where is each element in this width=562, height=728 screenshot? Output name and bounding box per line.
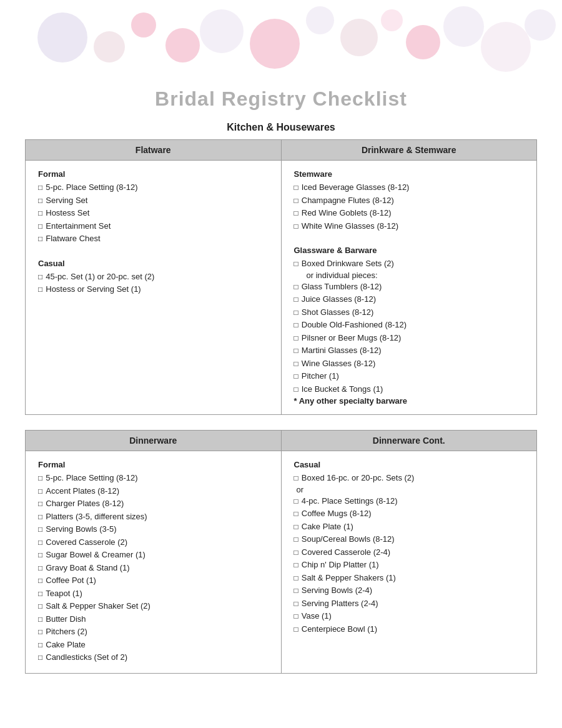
checkbox-icon: □ bbox=[294, 547, 298, 558]
list-item: □Cake Plate bbox=[38, 639, 269, 651]
dinnerware-formal-col: Formal □5-pc. Place Setting (8-12) □Acce… bbox=[26, 451, 282, 674]
bubble bbox=[200, 9, 244, 53]
list-item: □Coffee Pot (1) bbox=[38, 574, 269, 587]
list-item: □Hostess Set bbox=[38, 207, 269, 219]
bubble bbox=[525, 9, 556, 41]
list-item: □Gravy Boat & Stand (1) bbox=[38, 562, 269, 574]
checkbox-icon: □ bbox=[294, 182, 298, 193]
or-text: or bbox=[294, 485, 525, 494]
bubble bbox=[306, 6, 334, 34]
checkbox-icon: □ bbox=[38, 511, 42, 522]
stemware-label: Stemware bbox=[294, 169, 525, 179]
checkbox-icon: □ bbox=[294, 559, 298, 571]
page-title: Bridal Registry Checklist bbox=[25, 87, 537, 111]
checkbox-icon: □ bbox=[294, 624, 298, 635]
checkbox-icon: □ bbox=[294, 611, 298, 622]
checkbox-icon: □ bbox=[294, 207, 298, 219]
checkbox-icon: □ bbox=[38, 549, 42, 561]
checkbox-icon: □ bbox=[38, 207, 42, 219]
formal-label: Formal bbox=[38, 169, 269, 179]
list-item: □5-pc. Place Setting (8-12) bbox=[38, 181, 269, 194]
checkbox-icon: □ bbox=[294, 371, 298, 382]
col2-header-drinkware: Drinkware & Stemware bbox=[281, 140, 537, 161]
checkbox-icon: □ bbox=[294, 521, 298, 532]
list-item: □Serving Bowls (3-5) bbox=[38, 523, 269, 536]
flatware-drinkware-table: Flatware Drinkware & Stemware Formal □5-… bbox=[25, 139, 537, 415]
checkbox-icon: □ bbox=[38, 195, 42, 206]
list-item: □Boxed 16-pc. or 20-pc. Sets (2) bbox=[294, 472, 525, 484]
bubble bbox=[165, 28, 200, 62]
list-item: □Serving Platters (2-4) bbox=[294, 597, 525, 610]
list-item: □Chip n' Dip Platter (1) bbox=[294, 559, 525, 571]
list-item: □Pitcher (1) bbox=[294, 370, 525, 382]
list-item: □Salt & Pepper Shaker Set (2) bbox=[38, 600, 269, 612]
list-item: □Iced Beverage Glasses (8-12) bbox=[294, 181, 525, 194]
bubble bbox=[481, 22, 531, 72]
list-item: □Candlesticks (Set of 2) bbox=[38, 651, 269, 664]
list-item: □Glass Tumblers (8-12) bbox=[294, 281, 525, 293]
checkbox-icon: □ bbox=[294, 195, 298, 206]
list-item: □Shot Glasses (8-12) bbox=[294, 306, 525, 319]
list-item: □Wine Glasses (8-12) bbox=[294, 357, 525, 370]
col2-header-dinnerware-cont: Dinnerware Cont. bbox=[281, 431, 537, 451]
drinkware-col: Stemware □Iced Beverage Glasses (8-12) □… bbox=[281, 161, 537, 415]
checkbox-icon: □ bbox=[294, 585, 298, 596]
checkbox-icon: □ bbox=[38, 588, 42, 599]
list-item: □Red Wine Goblets (8-12) bbox=[294, 207, 525, 219]
list-item: □Vase (1) bbox=[294, 610, 525, 622]
checkbox-icon: □ bbox=[38, 626, 42, 637]
checkbox-icon: □ bbox=[38, 498, 42, 509]
checkbox-icon: □ bbox=[38, 652, 42, 663]
list-item: □Entertainment Set bbox=[38, 220, 269, 232]
list-item: □Soup/Cereal Bowls (8-12) bbox=[294, 533, 525, 546]
bubble bbox=[443, 6, 484, 47]
section-title: Kitchen & Housewares bbox=[25, 122, 537, 133]
checkbox-icon: □ bbox=[38, 562, 42, 574]
col1-header-dinnerware: Dinnerware bbox=[26, 431, 282, 451]
bubble bbox=[131, 12, 156, 37]
checkbox-icon: □ bbox=[294, 358, 298, 369]
checkbox-icon: □ bbox=[294, 534, 298, 545]
checkbox-icon: □ bbox=[294, 572, 298, 584]
checkbox-icon: □ bbox=[38, 639, 42, 651]
list-item: □Teapot (1) bbox=[38, 587, 269, 600]
bubble bbox=[37, 12, 87, 62]
checkbox-icon: □ bbox=[294, 598, 298, 609]
checkbox-icon: □ bbox=[294, 345, 298, 356]
checkbox-icon: □ bbox=[38, 524, 42, 535]
list-item: □Hostess or Serving Set (1) bbox=[38, 283, 269, 296]
checkbox-icon: □ bbox=[294, 294, 298, 305]
checkbox-icon: □ bbox=[38, 537, 42, 548]
list-item: □Serving Set bbox=[38, 194, 269, 207]
col1-header-flatware: Flatware bbox=[26, 140, 282, 161]
bubble bbox=[250, 19, 300, 69]
checkbox-icon: □ bbox=[294, 221, 298, 232]
checkbox-icon: □ bbox=[38, 614, 42, 625]
checkbox-icon: □ bbox=[38, 271, 42, 282]
list-item: □Champagne Flutes (8-12) bbox=[294, 194, 525, 207]
checkbox-icon: □ bbox=[294, 332, 298, 344]
checkbox-icon: □ bbox=[294, 384, 298, 395]
bubble bbox=[94, 31, 125, 62]
bubble bbox=[406, 25, 440, 59]
checkbox-icon: □ bbox=[38, 284, 42, 295]
list-item: □Cake Plate (1) bbox=[294, 521, 525, 533]
checkbox-icon: □ bbox=[294, 319, 298, 331]
list-item: □Sugar Bowel & Creamer (1) bbox=[38, 549, 269, 561]
decorative-bubbles bbox=[0, 0, 562, 87]
list-item: □Ice Bucket & Tongs (1) bbox=[294, 383, 525, 396]
bubble bbox=[340, 19, 378, 56]
checkbox-icon: □ bbox=[294, 258, 298, 269]
bubble bbox=[381, 9, 403, 31]
list-item: □Juice Glasses (8-12) bbox=[294, 293, 525, 306]
list-item: □Double Old-Fashioned (8-12) bbox=[294, 319, 525, 331]
list-item: □Salt & Pepper Shakers (1) bbox=[294, 572, 525, 584]
list-item: □Pitchers (2) bbox=[38, 626, 269, 638]
checkbox-icon: □ bbox=[294, 508, 298, 519]
formal-dinnerware-label: Formal bbox=[38, 460, 269, 469]
list-item: □Centerpiece Bowl (1) bbox=[294, 623, 525, 636]
checkbox-icon: □ bbox=[38, 182, 42, 193]
list-item: □White Wine Glasses (8-12) bbox=[294, 220, 525, 232]
list-item: □Charger Plates (8-12) bbox=[38, 497, 269, 510]
glassware-label: Glassware & Barware bbox=[294, 246, 525, 255]
